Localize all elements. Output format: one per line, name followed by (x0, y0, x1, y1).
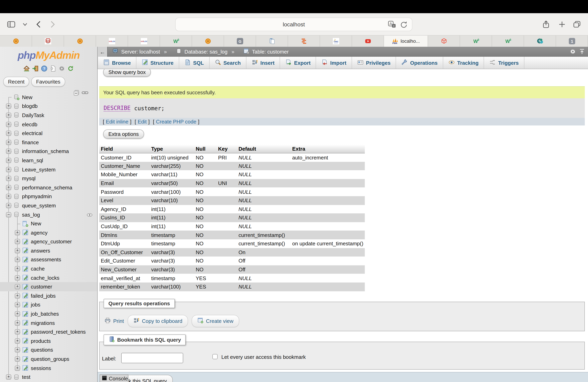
tab-tracking[interactable]: Tracking (443, 57, 484, 69)
tab-operations[interactable]: Operations (396, 57, 443, 69)
sidebar-item-cache_locks[interactable]: +cache_locks (0, 273, 97, 282)
sidebar-item-electrical[interactable]: +electrical (0, 129, 97, 138)
browser-tab-active[interactable]: PMAlocalho... (384, 36, 428, 47)
browser-tab[interactable] (64, 36, 96, 47)
expand-icon[interactable]: + (15, 239, 20, 244)
sidebar-item-new[interactable]: New (0, 219, 97, 228)
sidebar-item-finance[interactable]: +finance (0, 138, 97, 147)
eye-icon[interactable] (86, 211, 92, 218)
expand-icon[interactable]: + (6, 131, 11, 136)
tab-search[interactable]: Search (210, 57, 246, 69)
sidebar-item-test[interactable]: +test (0, 373, 97, 382)
tab-structure[interactable]: Structure (136, 57, 179, 69)
browser-tab[interactable]: THNC (320, 36, 352, 47)
sidebar-item-mysql[interactable]: +mysql (0, 174, 97, 183)
expand-icon[interactable]: + (15, 365, 20, 371)
sidebar-toggle-icon[interactable] (6, 19, 17, 30)
url-bar[interactable]: localhost Ax (175, 18, 412, 31)
breadcrumb-item[interactable]: Table: customer (243, 48, 289, 56)
reload-icon[interactable] (399, 20, 408, 31)
print-button[interactable]: Print (105, 317, 124, 325)
browser-tab[interactable]: SASLOG (96, 36, 128, 47)
tab-browse[interactable]: Browse (98, 57, 136, 69)
tab-insert[interactable]: Insert (246, 57, 280, 69)
expand-icon[interactable]: + (6, 122, 11, 127)
expand-icon[interactable]: + (15, 356, 20, 362)
collapse-icon[interactable]: − (6, 212, 11, 217)
expand-icon[interactable]: + (15, 293, 20, 299)
sidebar-item-products[interactable]: +products (0, 336, 97, 345)
expand-icon[interactable]: + (6, 140, 11, 145)
sidebar-item-performance_schema[interactable]: +performance_schema (0, 183, 97, 192)
chevron-down-icon[interactable] (19, 19, 30, 30)
sidebar-item-phpmyadmin[interactable]: +phpmyadmin (0, 192, 97, 201)
home-icon[interactable] (23, 65, 30, 72)
recent-button[interactable]: Recent (3, 77, 29, 87)
sidebar-item-elecdb[interactable]: +elecdb (0, 120, 97, 129)
bookmark-public-checkbox[interactable] (213, 354, 218, 359)
sidebar-item-question_groups[interactable]: +question_groups (0, 354, 97, 363)
browser-tab[interactable] (428, 36, 460, 47)
expand-icon[interactable]: + (15, 266, 20, 271)
page-settings-gear-icon[interactable] (570, 48, 576, 56)
favourites-button[interactable]: Favourites (31, 77, 65, 87)
sidebar-item-failed_jobs[interactable]: +failed_jobs (0, 291, 97, 300)
extra-options-button[interactable]: Extra options (103, 130, 144, 139)
translate-icon[interactable]: Ax (387, 20, 397, 31)
browser-tab[interactable] (0, 36, 32, 47)
expand-icon[interactable]: + (15, 329, 20, 334)
browser-tab[interactable]: SASLOG (128, 36, 160, 47)
new-tab-icon[interactable] (556, 19, 567, 30)
expand-icon[interactable]: + (15, 248, 20, 253)
expand-icon[interactable]: + (6, 158, 11, 163)
browser-tab[interactable]: G (224, 36, 256, 47)
expand-icon[interactable]: + (6, 167, 11, 172)
tab-triggers[interactable]: Triggers (484, 57, 525, 69)
sidebar-item-migrations[interactable]: +migrations (0, 319, 97, 327)
expand-icon[interactable]: + (15, 275, 20, 280)
sidebar-item-assessments[interactable]: +assessments (0, 255, 97, 264)
sidebar-item-leave_system[interactable]: +Leave_system (0, 165, 97, 174)
tab-overview-icon[interactable] (571, 19, 582, 30)
copy-to-clipboard-button[interactable]: Copy to clipboard (127, 315, 188, 327)
breadcrumb-item[interactable]: Server: localhost (112, 48, 160, 56)
sidebar-item-dailytask[interactable]: +DailyTask (0, 111, 97, 120)
query-link-edit-inline[interactable]: Edit inline (106, 119, 128, 125)
browser-tab[interactable] (288, 36, 320, 47)
collapse-top-icon[interactable] (579, 48, 585, 56)
forward-icon[interactable] (47, 19, 58, 30)
expand-icon[interactable]: + (15, 284, 20, 289)
refresh-icon[interactable] (67, 65, 74, 72)
browser-tab[interactable] (256, 36, 288, 47)
sidebar-item-new[interactable]: New (0, 93, 97, 102)
sidebar-item-cache[interactable]: +cache (0, 264, 97, 273)
tab-import[interactable]: Import (316, 57, 352, 69)
expand-icon[interactable]: + (6, 104, 11, 109)
expand-icon[interactable]: + (15, 320, 20, 325)
sidebar-item-questions[interactable]: +questions (0, 345, 97, 354)
expand-icon[interactable]: + (6, 374, 11, 380)
show-query-box-button[interactable]: Show query box (103, 69, 151, 77)
browser-tab[interactable]: S (524, 36, 556, 47)
settings-gear-icon[interactable] (58, 65, 65, 72)
expand-icon[interactable]: + (15, 311, 20, 316)
expand-icon[interactable]: + (6, 203, 11, 208)
sidebar-item-password_reset_tokens[interactable]: +password_reset_tokens (0, 327, 97, 336)
browser-tab[interactable] (352, 36, 384, 47)
sidebar-item-sessions[interactable]: +sessions (0, 364, 97, 373)
expand-icon[interactable]: + (15, 347, 20, 353)
expand-icon[interactable]: + (6, 176, 11, 181)
browser-tab[interactable]: W3 (492, 36, 524, 47)
sidebar-item-jobs[interactable]: +jobs (0, 300, 97, 309)
query-link-create-php-code[interactable]: Create PHP code (156, 119, 196, 125)
expand-icon[interactable]: + (15, 257, 20, 262)
sidebar-item-learn_sql[interactable]: +learn_sql (0, 156, 97, 165)
sidebar-item-blogdb[interactable]: +blogdb (0, 102, 97, 111)
tab-privileges[interactable]: Privileges (352, 57, 396, 69)
sidebar-item-answers[interactable]: +answers (0, 246, 97, 255)
logout-door-icon[interactable] (32, 65, 39, 72)
sidebar-item-information_schema[interactable]: +information_schema (0, 147, 97, 156)
expand-icon[interactable]: + (15, 302, 20, 307)
sidebar-item-agency[interactable]: +agency (0, 228, 97, 237)
sidebar-item-agency_customer[interactable]: +agency_customer (0, 237, 97, 246)
